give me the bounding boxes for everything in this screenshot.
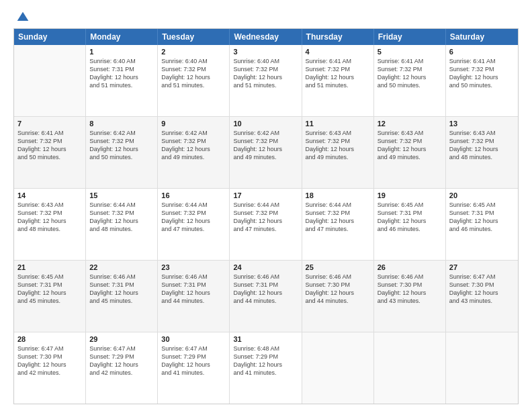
sunset-text: Sunset: 7:32 PM bbox=[233, 65, 298, 73]
day-number: 29 bbox=[89, 335, 154, 343]
cal-cell: 2Sunrise: 6:40 AMSunset: 7:32 PMDaylight… bbox=[158, 45, 230, 116]
daylight-text: Daylight: 12 hours bbox=[306, 145, 370, 153]
sunset-text: Sunset: 7:32 PM bbox=[378, 137, 442, 145]
day-number: 28 bbox=[17, 335, 82, 343]
cal-cell: 12Sunrise: 6:43 AMSunset: 7:32 PMDayligh… bbox=[374, 117, 446, 188]
daylight-text-cont: and 44 minutes. bbox=[233, 297, 298, 305]
sunrise-text: Sunrise: 6:43 AM bbox=[17, 201, 82, 209]
cal-cell: 11Sunrise: 6:43 AMSunset: 7:32 PMDayligh… bbox=[302, 117, 374, 188]
daylight-text: Daylight: 12 hours bbox=[233, 73, 298, 81]
sunrise-text: Sunrise: 6:44 AM bbox=[161, 201, 226, 209]
logo bbox=[13, 11, 30, 21]
logo-icon bbox=[16, 11, 30, 24]
day-number: 12 bbox=[378, 120, 442, 128]
day-number: 6 bbox=[449, 48, 515, 56]
sunset-text: Sunset: 7:31 PM bbox=[89, 281, 154, 289]
daylight-text: Daylight: 12 hours bbox=[161, 361, 226, 369]
cal-cell: 18Sunrise: 6:44 AMSunset: 7:32 PMDayligh… bbox=[302, 189, 374, 260]
daylight-text-cont: and 43 minutes. bbox=[449, 297, 515, 305]
daylight-text: Daylight: 12 hours bbox=[449, 217, 515, 225]
day-number: 14 bbox=[17, 191, 82, 199]
day-header-thursday: Thursday bbox=[302, 29, 374, 45]
cal-cell: 28Sunrise: 6:47 AMSunset: 7:30 PMDayligh… bbox=[14, 332, 86, 404]
cal-cell bbox=[446, 332, 518, 404]
cal-cell: 25Sunrise: 6:46 AMSunset: 7:30 PMDayligh… bbox=[302, 261, 374, 332]
day-number: 19 bbox=[378, 191, 442, 199]
day-header-sunday: Sunday bbox=[14, 29, 86, 45]
daylight-text: Daylight: 12 hours bbox=[161, 289, 226, 297]
sunrise-text: Sunrise: 6:47 AM bbox=[161, 345, 226, 353]
daylight-text: Daylight: 12 hours bbox=[449, 289, 515, 297]
daylight-text-cont: and 50 minutes. bbox=[17, 153, 82, 161]
cal-cell: 22Sunrise: 6:46 AMSunset: 7:31 PMDayligh… bbox=[86, 261, 158, 332]
daylight-text: Daylight: 12 hours bbox=[233, 217, 298, 225]
day-header-wednesday: Wednesday bbox=[230, 29, 302, 45]
daylight-text: Daylight: 12 hours bbox=[89, 73, 154, 81]
cal-cell: 27Sunrise: 6:47 AMSunset: 7:30 PMDayligh… bbox=[446, 261, 518, 332]
sunrise-text: Sunrise: 6:47 AM bbox=[17, 345, 82, 353]
day-number: 7 bbox=[17, 120, 82, 128]
daylight-text: Daylight: 12 hours bbox=[378, 145, 442, 153]
day-number: 23 bbox=[161, 263, 226, 271]
day-number: 18 bbox=[306, 191, 370, 199]
cal-cell: 24Sunrise: 6:46 AMSunset: 7:31 PMDayligh… bbox=[230, 261, 302, 332]
daylight-text-cont: and 41 minutes. bbox=[233, 369, 298, 377]
sunrise-text: Sunrise: 6:40 AM bbox=[89, 57, 154, 65]
daylight-text-cont: and 48 minutes. bbox=[89, 225, 154, 233]
sunrise-text: Sunrise: 6:41 AM bbox=[17, 129, 82, 137]
sunset-text: Sunset: 7:32 PM bbox=[17, 209, 82, 217]
day-number: 25 bbox=[306, 263, 370, 271]
day-header-tuesday: Tuesday bbox=[158, 29, 230, 45]
day-number: 16 bbox=[161, 191, 226, 199]
sunset-text: Sunset: 7:30 PM bbox=[378, 281, 442, 289]
day-header-saturday: Saturday bbox=[446, 29, 518, 45]
sunrise-text: Sunrise: 6:41 AM bbox=[306, 57, 370, 65]
daylight-text: Daylight: 12 hours bbox=[17, 361, 82, 369]
cal-cell: 26Sunrise: 6:46 AMSunset: 7:30 PMDayligh… bbox=[374, 261, 446, 332]
sunrise-text: Sunrise: 6:46 AM bbox=[378, 273, 442, 281]
day-number: 17 bbox=[233, 191, 298, 199]
sunset-text: Sunset: 7:32 PM bbox=[306, 65, 370, 73]
day-number: 2 bbox=[161, 48, 226, 56]
sunrise-text: Sunrise: 6:40 AM bbox=[233, 57, 298, 65]
day-number: 13 bbox=[449, 120, 515, 128]
daylight-text: Daylight: 12 hours bbox=[89, 361, 154, 369]
daylight-text-cont: and 44 minutes. bbox=[306, 297, 370, 305]
daylight-text-cont: and 47 minutes. bbox=[233, 225, 298, 233]
daylight-text: Daylight: 12 hours bbox=[233, 145, 298, 153]
day-number: 31 bbox=[233, 335, 298, 343]
daylight-text-cont: and 49 minutes. bbox=[161, 153, 226, 161]
daylight-text-cont: and 47 minutes. bbox=[161, 225, 226, 233]
sunrise-text: Sunrise: 6:48 AM bbox=[233, 345, 298, 353]
cal-cell: 29Sunrise: 6:47 AMSunset: 7:29 PMDayligh… bbox=[86, 332, 158, 404]
week-row-3: 14Sunrise: 6:43 AMSunset: 7:32 PMDayligh… bbox=[14, 189, 518, 261]
cal-cell: 5Sunrise: 6:41 AMSunset: 7:32 PMDaylight… bbox=[374, 45, 446, 116]
daylight-text-cont: and 51 minutes. bbox=[306, 81, 370, 89]
header bbox=[13, 11, 519, 21]
sunrise-text: Sunrise: 6:45 AM bbox=[378, 201, 442, 209]
daylight-text: Daylight: 12 hours bbox=[161, 217, 226, 225]
daylight-text-cont: and 49 minutes. bbox=[306, 153, 370, 161]
sunrise-text: Sunrise: 6:42 AM bbox=[161, 129, 226, 137]
week-row-1: 1Sunrise: 6:40 AMSunset: 7:31 PMDaylight… bbox=[14, 45, 518, 117]
daylight-text: Daylight: 12 hours bbox=[161, 73, 226, 81]
daylight-text-cont: and 48 minutes. bbox=[449, 153, 515, 161]
cal-cell: 21Sunrise: 6:45 AMSunset: 7:31 PMDayligh… bbox=[14, 261, 86, 332]
sunrise-text: Sunrise: 6:47 AM bbox=[89, 345, 154, 353]
cal-cell: 3Sunrise: 6:40 AMSunset: 7:32 PMDaylight… bbox=[230, 45, 302, 116]
daylight-text-cont: and 42 minutes. bbox=[89, 369, 154, 377]
daylight-text: Daylight: 12 hours bbox=[378, 217, 442, 225]
daylight-text-cont: and 45 minutes. bbox=[17, 297, 82, 305]
daylight-text: Daylight: 12 hours bbox=[89, 217, 154, 225]
sunset-text: Sunset: 7:32 PM bbox=[306, 137, 370, 145]
sunset-text: Sunset: 7:29 PM bbox=[233, 353, 298, 361]
sunset-text: Sunset: 7:32 PM bbox=[449, 65, 515, 73]
daylight-text-cont: and 50 minutes. bbox=[89, 153, 154, 161]
cal-cell: 8Sunrise: 6:42 AMSunset: 7:32 PMDaylight… bbox=[86, 117, 158, 188]
daylight-text: Daylight: 12 hours bbox=[161, 145, 226, 153]
daylight-text: Daylight: 12 hours bbox=[17, 145, 82, 153]
daylight-text-cont: and 51 minutes. bbox=[89, 81, 154, 89]
sunset-text: Sunset: 7:31 PM bbox=[161, 281, 226, 289]
cal-cell: 23Sunrise: 6:46 AMSunset: 7:31 PMDayligh… bbox=[158, 261, 230, 332]
day-number: 8 bbox=[89, 120, 154, 128]
